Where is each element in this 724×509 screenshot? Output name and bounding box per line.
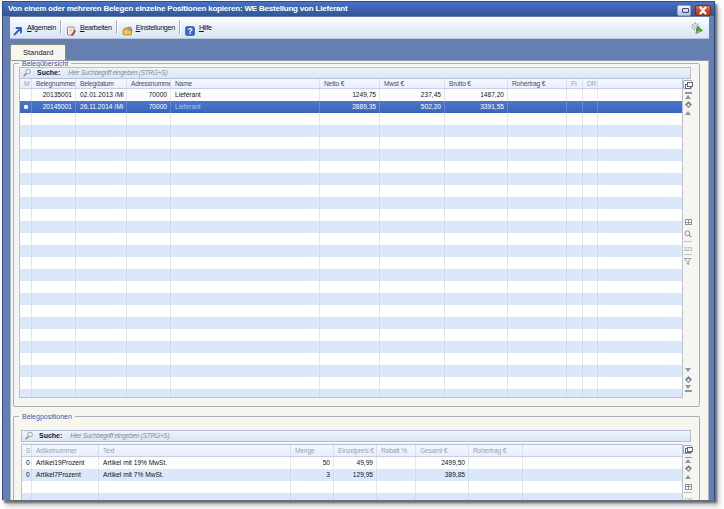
column-header-s[interactable]: S: [22, 445, 32, 456]
cell: [127, 173, 171, 185]
column-header-rohertrag-[interactable]: Rohertrag €: [469, 445, 523, 456]
table-row[interactable]: 2014500126.11.2014 /Mi70000Lieferant2889…: [20, 101, 682, 113]
table-empty-row[interactable]: [20, 293, 682, 305]
close-button[interactable]: [695, 5, 711, 16]
cell: [127, 269, 171, 281]
table-empty-row[interactable]: [20, 365, 682, 377]
table-row[interactable]: 2013500102.01.2013 /Mi70000Lieferant1249…: [20, 89, 682, 101]
column-header-netto-[interactable]: Netto €: [320, 79, 380, 88]
toolbar-button-bearbeiten[interactable]: Bearbeiten: [63, 18, 115, 36]
table-empty-row[interactable]: [20, 389, 682, 398]
table-empty-row[interactable]: [20, 233, 682, 245]
table-empty-row[interactable]: [20, 245, 682, 257]
column-chooser-button[interactable]: [683, 80, 692, 89]
column-header-belegdatum[interactable]: Belegdatum: [76, 79, 127, 88]
table-empty-row[interactable]: [20, 161, 682, 173]
cell: [567, 221, 583, 233]
table-empty-row[interactable]: [20, 377, 682, 389]
search-rows-icon[interactable]: [684, 230, 692, 238]
icon-shape: [685, 368, 691, 372]
cell: [127, 209, 171, 221]
column-header-menge[interactable]: Menge: [291, 445, 334, 456]
cell: [171, 365, 320, 377]
cell: [171, 197, 320, 209]
toolbar-button-einstellungen[interactable]: Einstellungen: [119, 18, 178, 36]
scroll-up-button[interactable]: [684, 111, 692, 115]
scroll-position-marker[interactable]: [684, 102, 692, 107]
column-header-rabatt-[interactable]: Rabatt %: [377, 445, 416, 456]
column-header-artikelnummer[interactable]: Artikelnummer: [32, 445, 99, 456]
cell: 1249,75: [320, 89, 380, 101]
table-empty-row[interactable]: [20, 341, 682, 353]
cell: [445, 317, 508, 329]
beleg-search-field[interactable]: Suche: Hier Suchbegriff eingeben (STRG+S…: [19, 67, 691, 79]
column-header-einzelpreis-[interactable]: Einzelpreis €: [334, 445, 377, 456]
column-header-m[interactable]: M: [20, 79, 32, 88]
cell: [445, 233, 508, 245]
table-empty-row[interactable]: [20, 269, 682, 281]
cell: [32, 233, 76, 245]
column-header-dr[interactable]: DR: [583, 79, 598, 88]
sort-icon[interactable]: 123: [684, 496, 692, 501]
cell: [583, 101, 598, 113]
refresh-run-icon[interactable]: [690, 21, 704, 35]
window-titlebar[interactable]: Von einem oder mehreren Belegen einzelne…: [3, 2, 714, 16]
table-empty-row[interactable]: [20, 137, 682, 149]
group-belegpositionen: Belegpositionen Suche: Hier Suchbegriff …: [13, 416, 700, 501]
table-empty-row[interactable]: [20, 185, 682, 197]
column-header-text[interactable]: Text: [99, 445, 291, 456]
cell: [320, 185, 380, 197]
column-chooser-button[interactable]: [683, 445, 692, 454]
toolbar-button-allgemein[interactable]: Allgemein: [10, 18, 59, 36]
table-empty-row[interactable]: [20, 221, 682, 233]
table-empty-row[interactable]: [22, 493, 682, 501]
table-empty-row[interactable]: [20, 281, 682, 293]
icon-shape: [684, 492, 692, 493]
restore-button[interactable]: [677, 5, 691, 16]
table-empty-row[interactable]: [20, 353, 682, 365]
scroll-down-button[interactable]: [684, 368, 692, 372]
column-header-name[interactable]: Name: [171, 79, 320, 88]
scroll-last-button[interactable]: [684, 385, 692, 392]
table-empty-row[interactable]: [20, 257, 682, 269]
scroll-position-marker[interactable]: [684, 466, 692, 471]
grid-view-icon[interactable]: [684, 219, 692, 225]
column-header-mwst-[interactable]: Mwst €: [380, 79, 445, 88]
scroll-first-button[interactable]: [684, 92, 692, 99]
table-empty-row[interactable]: [20, 305, 682, 317]
cell: Artikel19Prozent: [32, 457, 99, 469]
table-row[interactable]: 0Artikel19ProzentArtikel mit 19% MwSt.50…: [22, 457, 682, 469]
table-empty-row[interactable]: [20, 209, 682, 221]
cell: [598, 233, 683, 245]
tab-standard[interactable]: Standard: [10, 44, 66, 60]
cell: [76, 113, 127, 125]
cell: [567, 269, 583, 281]
column-header-brutto-[interactable]: Brutto €: [445, 79, 508, 88]
column-header-adressnummer[interactable]: Adressnummer: [127, 79, 171, 88]
mnemonic-underline: A: [27, 23, 32, 32]
table-empty-row[interactable]: [20, 197, 682, 209]
toolbar-button-hilfe[interactable]: ?Hilfe: [182, 18, 215, 36]
filter-icon[interactable]: [684, 258, 692, 265]
cell: [380, 149, 445, 161]
sort-icon[interactable]: 123: [684, 245, 692, 252]
table-empty-row[interactable]: [20, 329, 682, 341]
scroll-first-button[interactable]: [684, 457, 692, 464]
table-empty-row[interactable]: [20, 125, 682, 137]
column-header-rohertrag-[interactable]: Rohertrag €: [508, 79, 567, 88]
column-header-gesamt-[interactable]: Gesamt €: [416, 445, 469, 456]
scroll-up-button[interactable]: [684, 475, 692, 479]
table-empty-row[interactable]: [20, 113, 682, 125]
table-empty-row[interactable]: [22, 481, 682, 493]
cell: [567, 161, 583, 173]
table-empty-row[interactable]: [20, 173, 682, 185]
positionen-search-field[interactable]: Suche: Hier Suchbegriff eingeben (STRG+S…: [21, 430, 691, 442]
cell: [171, 209, 320, 221]
table-empty-row[interactable]: [20, 317, 682, 329]
grid-view-icon[interactable]: [684, 484, 692, 490]
table-row[interactable]: 0Artikel7ProzentArtikel mit 7% MwSt.3129…: [22, 469, 682, 481]
column-header-belegnummer[interactable]: Belegnummer: [32, 79, 76, 88]
scroll-position-marker[interactable]: [684, 377, 692, 382]
table-empty-row[interactable]: [20, 149, 682, 161]
column-header-fi[interactable]: FI: [567, 79, 583, 88]
